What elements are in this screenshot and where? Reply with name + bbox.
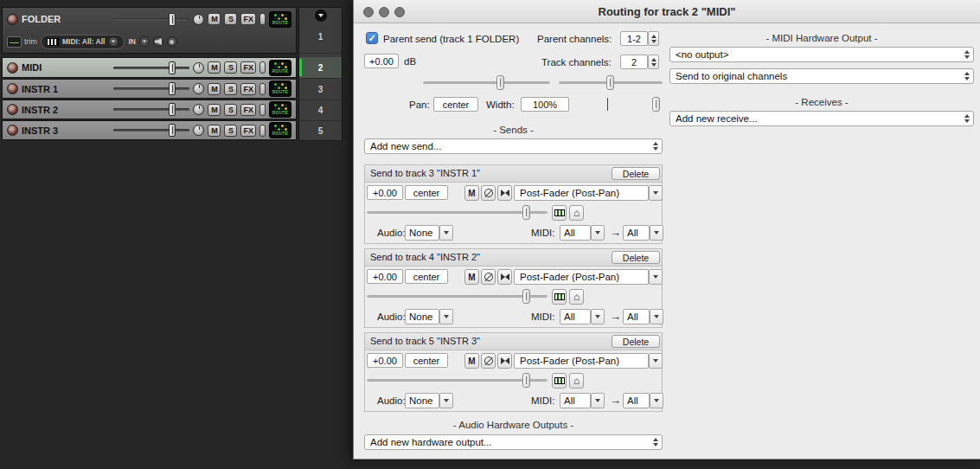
delete-send-button[interactable]: Delete (612, 167, 660, 180)
pan-knob[interactable] (193, 125, 204, 136)
input-selector[interactable]: MIDI: All: All (41, 35, 125, 49)
fx-bypass-button[interactable] (259, 61, 266, 74)
midi-dest-chevron[interactable] (650, 225, 663, 241)
midi-dest-chevron[interactable] (650, 393, 663, 408)
pan-knob[interactable] (193, 62, 204, 74)
send-mono-button[interactable] (497, 185, 512, 201)
track-name[interactable]: FOLDER (22, 14, 61, 24)
send-home-button[interactable]: ⌂ (569, 373, 584, 389)
fx-bypass-button[interactable] (259, 125, 266, 137)
volume-fader[interactable] (113, 61, 189, 74)
volume-fader[interactable] (113, 124, 189, 137)
volume-fader[interactable] (113, 13, 189, 26)
parent-channels-stepper[interactable] (648, 31, 659, 46)
width-slider[interactable] (577, 97, 663, 112)
pan-knob[interactable] (193, 104, 204, 115)
mute-button[interactable]: M (208, 104, 221, 116)
send-mode-dropdown[interactable]: Post-Fader (Post-Pan) (514, 269, 649, 285)
track-instr2[interactable]: INSTR 2 M S FX ROUTE (2, 100, 297, 119)
record-arm-icon[interactable] (7, 104, 18, 115)
solo-button[interactable]: S (224, 61, 237, 74)
track-channels-value[interactable] (620, 55, 648, 69)
delete-send-button[interactable]: Delete (612, 335, 660, 348)
fx-button[interactable]: FX (240, 13, 256, 25)
add-receive-dropdown[interactable]: Add new receive... (669, 111, 974, 126)
track-number-selected[interactable]: 2 (299, 57, 342, 79)
track-number[interactable]: 4 (299, 100, 342, 121)
in-dropdown-icon[interactable] (139, 36, 150, 47)
pan-field[interactable] (433, 97, 478, 112)
midi-src-chevron[interactable] (591, 309, 605, 324)
fx-button[interactable]: FX (240, 125, 256, 137)
send-midi-src-dropdown[interactable]: All (560, 225, 591, 241)
send-pan-field[interactable] (405, 353, 448, 368)
midi-dest-chevron[interactable] (650, 309, 663, 324)
slider-handle[interactable] (606, 75, 614, 90)
fader-handle[interactable] (169, 82, 176, 95)
pan-knob[interactable] (193, 14, 204, 25)
midi-src-chevron[interactable] (591, 225, 605, 241)
pan-knob[interactable] (193, 83, 204, 94)
send-mute-button[interactable]: M (464, 353, 479, 369)
send-pan-field[interactable] (405, 269, 448, 284)
send-audio-dropdown[interactable]: None (405, 309, 439, 324)
send-home-button[interactable]: ⌂ (569, 205, 584, 221)
slider-handle[interactable] (522, 289, 530, 304)
track-folder[interactable]: FOLDER M S FX ROUTE trim MI (2, 7, 297, 54)
send-midi-dest-dropdown[interactable]: All (623, 393, 650, 408)
parent-send-checkbox[interactable]: ✓ (366, 32, 378, 44)
midi-src-chevron[interactable] (591, 393, 605, 408)
solo-button[interactable]: S (224, 13, 237, 25)
slider-handle[interactable] (652, 97, 660, 112)
send-phase-button[interactable] (481, 353, 496, 369)
fader-handle[interactable] (169, 103, 176, 116)
send-audio-dropdown[interactable]: None (405, 393, 439, 408)
slider-handle[interactable] (522, 373, 530, 388)
solo-button[interactable]: S (224, 104, 237, 116)
midi-output-dropdown[interactable]: <no output> (669, 47, 974, 62)
record-mode-button[interactable] (167, 36, 177, 47)
track-instr1[interactable]: INSTR 1 M S FX ROUTE (2, 79, 297, 99)
send-volume-slider[interactable] (367, 205, 548, 220)
send-mute-button[interactable]: M (464, 185, 479, 201)
track-instr3[interactable]: INSTR 3 M S FX ROUTE (2, 120, 297, 140)
send-midi-button[interactable] (552, 205, 567, 221)
audio-chevron[interactable] (439, 393, 453, 408)
parent-volume-field[interactable] (364, 54, 399, 68)
fx-button[interactable]: FX (240, 83, 256, 95)
send-midi-dest-dropdown[interactable]: All (623, 309, 650, 324)
track-name[interactable]: INSTR 3 (22, 125, 58, 136)
audio-chevron[interactable] (439, 309, 453, 324)
solo-button[interactable]: S (224, 83, 237, 95)
send-volume-slider[interactable] (367, 289, 548, 304)
midi-output-mode-dropdown[interactable]: Send to original channels (669, 68, 974, 84)
send-midi-dest-dropdown[interactable]: All (623, 225, 650, 241)
send-phase-button[interactable] (481, 269, 496, 285)
track-channels-stepper[interactable] (648, 55, 659, 69)
send-phase-button[interactable] (481, 185, 496, 201)
send-mono-button[interactable] (497, 269, 512, 285)
send-mode-dropdown[interactable]: Post-Fader (Post-Pan) (514, 353, 649, 369)
send-mono-button[interactable] (497, 353, 512, 369)
fader-handle[interactable] (169, 61, 176, 74)
fx-bypass-button[interactable] (259, 104, 266, 116)
mute-button[interactable]: M (208, 83, 221, 95)
record-arm-icon[interactable] (7, 83, 18, 94)
input-dropdown-icon[interactable] (108, 36, 118, 47)
route-button[interactable]: ROUTE (269, 80, 291, 97)
route-button[interactable]: ROUTE (269, 60, 291, 76)
record-arm-icon[interactable] (7, 125, 18, 136)
delete-send-button[interactable]: Delete (612, 251, 660, 264)
send-mode-chevron[interactable] (649, 353, 663, 369)
parent-volume-slider[interactable] (423, 75, 550, 90)
track-name[interactable]: MIDI (22, 62, 42, 73)
mute-button[interactable]: M (208, 13, 221, 25)
send-mode-chevron[interactable] (649, 185, 663, 201)
add-send-dropdown[interactable]: Add new send... (364, 138, 663, 154)
volume-fader[interactable] (113, 82, 189, 95)
send-midi-button[interactable] (552, 373, 567, 389)
fader-handle[interactable] (169, 13, 176, 26)
fx-button[interactable]: FX (240, 104, 256, 116)
titlebar[interactable]: Routing for track 2 "MIDI" (354, 0, 980, 23)
audio-chevron[interactable] (439, 225, 453, 241)
